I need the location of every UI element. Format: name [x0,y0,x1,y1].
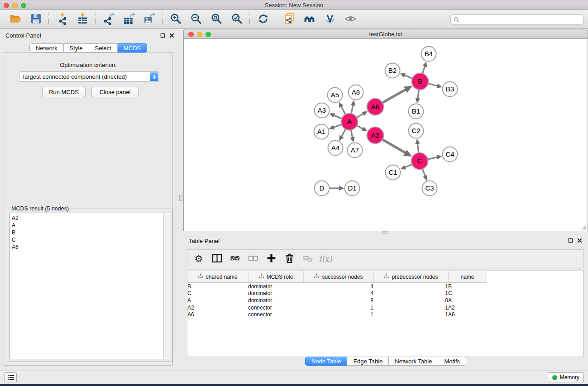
export-network-button[interactable] [102,13,115,26]
run-mcds-button[interactable]: Run MCDS [42,87,86,97]
task-history-button[interactable] [5,372,17,382]
apply-function-button[interactable]: f(x) [320,253,331,265]
graph-node-A4[interactable]: A4 [328,141,343,156]
network-canvas[interactable]: B4B2BB3A5A8A6B1A3AA1C2A2A4A7C4CC1C3DD1 [183,39,588,231]
graph-edge-B-B1[interactable] [416,90,421,104]
float-panel-icon[interactable] [160,33,165,38]
zoom-selected-button[interactable] [230,13,244,26]
hide-graphics-button[interactable] [344,13,357,26]
zoom-in-button[interactable] [169,13,182,26]
graph-node-C4[interactable]: C4 [443,147,458,162]
graph-edge-C-C4[interactable] [428,155,442,159]
graph-node-C[interactable]: C [411,153,428,170]
close-panel-button[interactable]: Close panel [91,87,139,97]
graph-edge-A2-C[interactable] [382,140,412,157]
memory-button[interactable]: Memory [548,372,584,382]
graph-node-B4[interactable]: B4 [421,47,436,62]
list-scrollbar[interactable] [163,213,170,359]
tab-motifs[interactable]: Motifs [438,357,466,366]
graph-edge-B-B2[interactable] [400,73,412,78]
graph-node-A1[interactable]: A1 [314,124,329,139]
graph-node-C3[interactable]: C3 [422,181,437,196]
graph-edge-A-A8[interactable] [351,100,355,113]
graph-edge-A-A2[interactable] [357,126,368,131]
mcds-result-item[interactable]: C [10,236,170,243]
graph-edge-A-A4[interactable] [339,129,345,141]
table-row[interactable]: Cdominator41C [187,290,583,297]
graph-node-B[interactable]: B [412,73,429,90]
import-network-button[interactable] [55,13,69,26]
column-header-successor-nodes[interactable]: successor nodes [303,271,373,283]
resize-grip-icon[interactable] [580,224,587,230]
tab-select[interactable]: Select [89,43,118,52]
graph-edge-A6-B[interactable] [383,86,412,103]
tab-node-table[interactable]: Node Table [305,357,348,366]
refresh-layout-button[interactable] [256,13,270,26]
mcds-result-item[interactable]: B [10,229,170,236]
graph-edge-C-C2[interactable] [415,139,420,153]
tab-mcds[interactable]: MCDS [118,43,147,52]
graph-node-A[interactable]: A [341,114,358,130]
graph-edge-A-A3[interactable] [329,113,341,119]
search-field[interactable] [450,14,583,24]
column-header-shared-name[interactable]: shared name [187,271,248,283]
graph-node-A5[interactable]: A5 [328,88,343,103]
select-all-columns-button[interactable] [229,253,241,265]
split-columns-button[interactable] [211,253,223,265]
export-table-button[interactable] [122,13,136,26]
graph-edge-D-D1[interactable] [330,186,344,191]
column-header-predecessor-nodes[interactable]: predecessor nodes [373,271,448,283]
graph-edge-A-A5[interactable] [339,102,345,114]
graph-node-B2[interactable]: B2 [385,63,400,78]
graph-node-C2[interactable]: C2 [409,124,424,138]
graph-node-D[interactable]: D [315,181,330,196]
graph-edge-A-A7[interactable] [350,130,355,143]
graph-node-D1[interactable]: D1 [345,181,360,196]
settings-button[interactable]: ⚙ [193,253,205,265]
tab-edge-table[interactable]: Edge Table [347,357,389,366]
zoom-out-button[interactable] [189,13,203,26]
tab-network-table[interactable]: Network Table [389,357,438,366]
table-row[interactable]: Bdominator41B [187,283,583,290]
home-button[interactable] [303,13,316,26]
mcds-result-item[interactable]: A6 [10,243,170,251]
graph-node-B1[interactable]: B1 [409,104,424,119]
graph-node-A7[interactable]: A7 [348,143,363,158]
float-panel-icon[interactable] [568,238,573,243]
clear-table-button[interactable] [301,253,313,265]
save-session-button[interactable] [29,13,43,26]
table-row[interactable]: Adominator80A [187,297,583,304]
tab-network[interactable]: Network [29,43,64,52]
close-panel-icon[interactable] [169,33,174,38]
graph-node-A8[interactable]: A8 [349,85,363,100]
graph-node-A6[interactable]: A6 [367,99,384,115]
tab-style[interactable]: Style [64,43,89,52]
mcds-result-item[interactable]: A2 [10,213,170,222]
graph-edge-C-C3[interactable] [423,169,427,181]
graph-edge-B-B3[interactable] [428,84,442,88]
table-row[interactable]: A6connector11A6 [187,311,583,318]
delete-columns-button[interactable] [283,253,295,265]
unselect-all-columns-button[interactable] [247,253,259,265]
graph-node-B3[interactable]: B3 [443,82,458,97]
open-session-button[interactable] [9,13,22,26]
import-table-button[interactable] [76,13,89,26]
graph-node-A3[interactable]: A3 [315,103,330,118]
zoom-fit-button[interactable] [210,13,223,26]
optimization-criterion-select[interactable]: largest connected component (directed) [19,71,159,82]
mcds-result-item[interactable]: A [10,222,170,229]
column-header-name[interactable]: name [448,271,487,283]
graph-edge-A-A6[interactable] [357,111,368,118]
style-preview-button[interactable] [323,13,337,26]
graph-node-A2[interactable]: A2 [367,127,384,144]
close-panel-icon[interactable] [577,238,582,243]
new-network-from-selection-button[interactable] [282,13,296,26]
graph-edge-B-B4[interactable] [422,62,427,73]
add-column-button[interactable] [265,253,277,265]
column-header-MCDS-role[interactable]: MCDS role [248,271,303,283]
graph-node-C1[interactable]: C1 [386,165,401,180]
export-image-button[interactable] [143,13,156,26]
graph-edge-A-A1[interactable] [329,124,341,129]
graph-edge-C-C1[interactable] [400,164,411,169]
search-input[interactable] [461,15,583,24]
